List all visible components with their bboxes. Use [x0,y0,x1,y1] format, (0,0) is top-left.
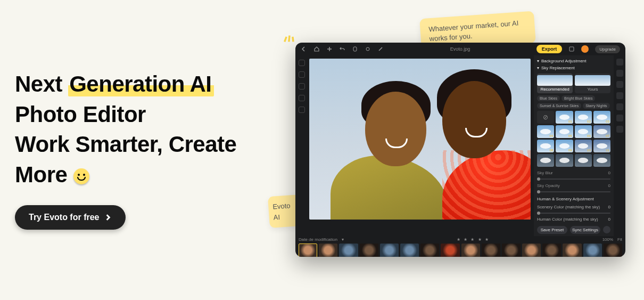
rail-icon[interactable] [616,103,623,110]
brush-icon[interactable] [377,46,384,52]
sky-preset[interactable] [556,154,573,167]
svg-point-1 [366,47,369,51]
sky-preset[interactable] [575,154,592,167]
tool-icon[interactable] [299,71,305,78]
slider-label: Scenery Color (matching the sky) [537,205,600,209]
rail-icon[interactable] [616,70,623,77]
cta-label: Try Evoto for free [29,213,99,222]
window-title: Evoto.jpg [390,46,530,52]
slider-value: 0 [608,205,610,209]
sky-preset[interactable] [537,140,554,152]
thumbnail[interactable] [319,244,337,257]
filmstrip [299,244,622,257]
thumbnail[interactable] [400,244,419,257]
rail-icon[interactable] [616,92,623,99]
sky-preset[interactable] [537,125,554,138]
slider-label: Sky Blur [537,171,553,175]
svg-rect-2 [569,47,574,51]
more-icon[interactable] [603,226,610,233]
sky-preset[interactable] [556,125,573,138]
rating-stars[interactable]: ★ ★ ★ ★ ★ [457,237,490,242]
photo-canvas[interactable] [309,59,531,220]
tool-icon[interactable] [299,95,305,101]
panel-subheader: Human & Scenery Adjustment [537,197,610,201]
hero-heading: Next Generation AI Photo Editor Work Sma… [15,69,270,190]
tab-recommended[interactable]: Recommended [537,74,573,93]
rail-icon[interactable] [616,126,623,133]
app-toolbar: Evoto.jpg Export Upgrade [295,43,625,55]
export-button[interactable]: Export [536,45,563,53]
fit-button[interactable]: Fit [617,237,622,242]
right-panel: Background Adjustment Sky Replacement Re… [534,55,614,236]
thumbnail[interactable] [461,244,480,257]
app-window: Evoto.jpg Export Upgrade Background [295,43,625,257]
zoom-value[interactable]: 100% [602,237,613,242]
settings-icon[interactable] [568,46,575,52]
sky-preset[interactable] [575,125,592,138]
tool-icon[interactable] [299,107,305,113]
sky-preset-none[interactable] [537,111,554,124]
sort-label[interactable]: Date de modification [299,237,337,242]
slider[interactable] [537,179,610,180]
chip[interactable]: Sunset & Sunrise Skies [537,103,581,109]
thumbnail[interactable] [420,244,439,257]
save-preset-button[interactable]: Save Preset [537,226,567,234]
upgrade-button[interactable]: Upgrade [595,45,620,53]
sync-settings-button[interactable]: Sync Settings [570,226,600,234]
chip[interactable]: Blue Skies [537,95,560,101]
chip[interactable]: Bright Blue Skies [562,95,595,101]
tab-yours[interactable]: Yours [575,74,610,93]
hero-text: More [15,162,73,187]
panel-header[interactable]: Background Adjustment [537,59,610,63]
slider-value: 0 [608,183,610,188]
sky-preset[interactable] [593,111,610,124]
thumbnail[interactable] [441,244,459,257]
thumbnail[interactable] [339,244,358,257]
thumbnail[interactable] [299,244,317,257]
cta-button[interactable]: Try Evoto for free [15,205,126,230]
add-icon[interactable] [326,46,333,52]
slider[interactable] [537,213,610,214]
rail-icon[interactable] [616,115,623,121]
thumbnail[interactable] [360,244,378,257]
sky-preset[interactable] [575,140,592,152]
chip[interactable]: Starry Nights [583,103,609,109]
sky-grid [537,111,610,167]
thumbnail[interactable] [542,244,561,257]
undo-icon[interactable] [339,46,345,52]
panel-section[interactable]: Sky Replacement [537,66,610,70]
sky-preset[interactable] [593,154,610,167]
back-icon[interactable] [301,46,307,52]
home-icon[interactable] [313,46,320,52]
slider[interactable] [537,191,610,192]
chevron-right-icon [104,214,112,221]
thumbnail[interactable] [482,244,500,257]
slider-label: Sky Opacity [537,183,560,188]
rail-icon[interactable] [616,81,623,88]
left-tool-rail [295,55,308,236]
hero-text: Photo Editor [15,102,146,127]
picker-icon[interactable] [365,46,371,52]
thumbnail[interactable] [522,244,541,257]
smile-icon [73,168,89,184]
thumbnail[interactable] [502,244,521,257]
tool-icon[interactable] [299,60,305,66]
sky-preset[interactable] [575,111,592,124]
sky-preset[interactable] [593,125,610,138]
subject-figure [413,76,531,220]
rail-icon[interactable] [616,59,623,66]
thumbnail[interactable] [583,244,602,257]
thumbnail[interactable] [604,244,622,257]
avatar[interactable] [581,45,589,53]
sky-preset[interactable] [556,140,573,152]
thumbnail[interactable] [380,244,399,257]
slider-value: 0 [608,217,610,222]
thumbnail[interactable] [563,244,581,257]
hand-icon[interactable] [352,46,358,52]
sky-preset[interactable] [537,154,554,167]
sky-preset[interactable] [556,111,573,124]
sky-preset[interactable] [593,140,610,152]
tool-icon[interactable] [299,83,305,90]
canvas-area [308,55,534,236]
hero-highlight: Generation AI [68,71,213,96]
